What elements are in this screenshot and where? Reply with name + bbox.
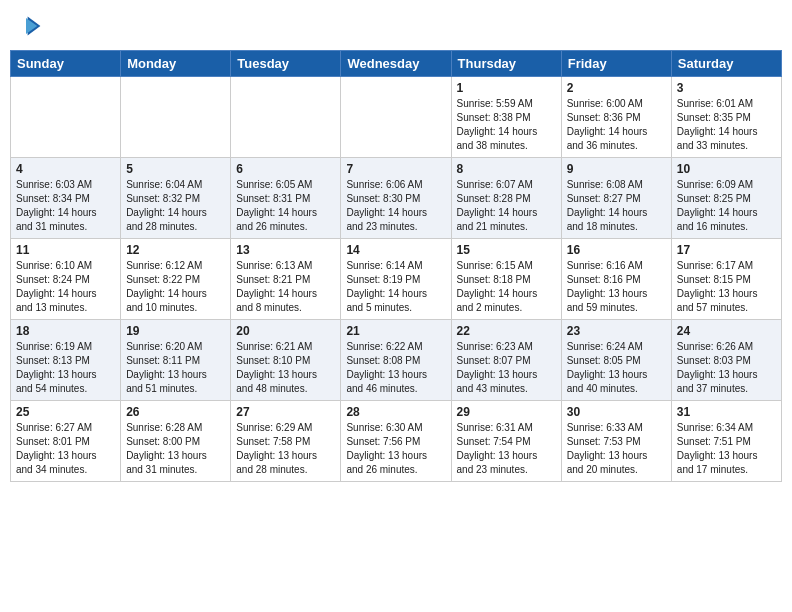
calendar-cell: 18Sunrise: 6:19 AM Sunset: 8:13 PM Dayli… — [11, 320, 121, 401]
weekday-header-row: SundayMondayTuesdayWednesdayThursdayFrid… — [11, 51, 782, 77]
calendar-cell: 1Sunrise: 5:59 AM Sunset: 8:38 PM Daylig… — [451, 77, 561, 158]
calendar-cell: 19Sunrise: 6:20 AM Sunset: 8:11 PM Dayli… — [121, 320, 231, 401]
day-info: Sunrise: 6:12 AM Sunset: 8:22 PM Dayligh… — [126, 259, 225, 315]
weekday-header-tuesday: Tuesday — [231, 51, 341, 77]
calendar-cell: 16Sunrise: 6:16 AM Sunset: 8:16 PM Dayli… — [561, 239, 671, 320]
calendar-cell: 24Sunrise: 6:26 AM Sunset: 8:03 PM Dayli… — [671, 320, 781, 401]
day-info: Sunrise: 6:16 AM Sunset: 8:16 PM Dayligh… — [567, 259, 666, 315]
day-info: Sunrise: 6:04 AM Sunset: 8:32 PM Dayligh… — [126, 178, 225, 234]
day-number: 10 — [677, 162, 776, 176]
day-info: Sunrise: 6:17 AM Sunset: 8:15 PM Dayligh… — [677, 259, 776, 315]
calendar-cell — [341, 77, 451, 158]
calendar-cell — [231, 77, 341, 158]
day-number: 27 — [236, 405, 335, 419]
day-info: Sunrise: 6:05 AM Sunset: 8:31 PM Dayligh… — [236, 178, 335, 234]
day-info: Sunrise: 6:28 AM Sunset: 8:00 PM Dayligh… — [126, 421, 225, 477]
calendar-week-row: 25Sunrise: 6:27 AM Sunset: 8:01 PM Dayli… — [11, 401, 782, 482]
calendar-cell: 5Sunrise: 6:04 AM Sunset: 8:32 PM Daylig… — [121, 158, 231, 239]
calendar-cell: 12Sunrise: 6:12 AM Sunset: 8:22 PM Dayli… — [121, 239, 231, 320]
day-number: 16 — [567, 243, 666, 257]
day-info: Sunrise: 6:31 AM Sunset: 7:54 PM Dayligh… — [457, 421, 556, 477]
calendar-cell: 9Sunrise: 6:08 AM Sunset: 8:27 PM Daylig… — [561, 158, 671, 239]
calendar-week-row: 18Sunrise: 6:19 AM Sunset: 8:13 PM Dayli… — [11, 320, 782, 401]
day-number: 13 — [236, 243, 335, 257]
calendar-cell: 25Sunrise: 6:27 AM Sunset: 8:01 PM Dayli… — [11, 401, 121, 482]
calendar-cell: 26Sunrise: 6:28 AM Sunset: 8:00 PM Dayli… — [121, 401, 231, 482]
day-number: 5 — [126, 162, 225, 176]
calendar-cell: 14Sunrise: 6:14 AM Sunset: 8:19 PM Dayli… — [341, 239, 451, 320]
day-number: 30 — [567, 405, 666, 419]
day-info: Sunrise: 6:09 AM Sunset: 8:25 PM Dayligh… — [677, 178, 776, 234]
day-number: 19 — [126, 324, 225, 338]
day-number: 2 — [567, 81, 666, 95]
day-info: Sunrise: 6:23 AM Sunset: 8:07 PM Dayligh… — [457, 340, 556, 396]
day-info: Sunrise: 6:22 AM Sunset: 8:08 PM Dayligh… — [346, 340, 445, 396]
day-number: 14 — [346, 243, 445, 257]
calendar-cell: 8Sunrise: 6:07 AM Sunset: 8:28 PM Daylig… — [451, 158, 561, 239]
calendar-cell: 15Sunrise: 6:15 AM Sunset: 8:18 PM Dayli… — [451, 239, 561, 320]
day-info: Sunrise: 6:29 AM Sunset: 7:58 PM Dayligh… — [236, 421, 335, 477]
day-number: 22 — [457, 324, 556, 338]
calendar-cell: 28Sunrise: 6:30 AM Sunset: 7:56 PM Dayli… — [341, 401, 451, 482]
day-info: Sunrise: 6:03 AM Sunset: 8:34 PM Dayligh… — [16, 178, 115, 234]
calendar-cell — [121, 77, 231, 158]
day-number: 29 — [457, 405, 556, 419]
calendar-cell: 3Sunrise: 6:01 AM Sunset: 8:35 PM Daylig… — [671, 77, 781, 158]
day-number: 21 — [346, 324, 445, 338]
day-info: Sunrise: 6:14 AM Sunset: 8:19 PM Dayligh… — [346, 259, 445, 315]
day-info: Sunrise: 6:01 AM Sunset: 8:35 PM Dayligh… — [677, 97, 776, 153]
calendar-cell: 23Sunrise: 6:24 AM Sunset: 8:05 PM Dayli… — [561, 320, 671, 401]
day-info: Sunrise: 6:34 AM Sunset: 7:51 PM Dayligh… — [677, 421, 776, 477]
day-info: Sunrise: 6:15 AM Sunset: 8:18 PM Dayligh… — [457, 259, 556, 315]
day-number: 1 — [457, 81, 556, 95]
weekday-header-monday: Monday — [121, 51, 231, 77]
day-number: 25 — [16, 405, 115, 419]
calendar-cell: 2Sunrise: 6:00 AM Sunset: 8:36 PM Daylig… — [561, 77, 671, 158]
calendar-cell: 10Sunrise: 6:09 AM Sunset: 8:25 PM Dayli… — [671, 158, 781, 239]
day-info: Sunrise: 6:07 AM Sunset: 8:28 PM Dayligh… — [457, 178, 556, 234]
calendar-cell: 29Sunrise: 6:31 AM Sunset: 7:54 PM Dayli… — [451, 401, 561, 482]
calendar-week-row: 1Sunrise: 5:59 AM Sunset: 8:38 PM Daylig… — [11, 77, 782, 158]
day-number: 17 — [677, 243, 776, 257]
day-number: 8 — [457, 162, 556, 176]
calendar-cell: 11Sunrise: 6:10 AM Sunset: 8:24 PM Dayli… — [11, 239, 121, 320]
weekday-header-sunday: Sunday — [11, 51, 121, 77]
day-info: Sunrise: 6:20 AM Sunset: 8:11 PM Dayligh… — [126, 340, 225, 396]
day-number: 18 — [16, 324, 115, 338]
day-number: 15 — [457, 243, 556, 257]
logo — [10, 10, 46, 42]
day-number: 12 — [126, 243, 225, 257]
calendar-cell: 17Sunrise: 6:17 AM Sunset: 8:15 PM Dayli… — [671, 239, 781, 320]
day-info: Sunrise: 6:00 AM Sunset: 8:36 PM Dayligh… — [567, 97, 666, 153]
day-info: Sunrise: 6:10 AM Sunset: 8:24 PM Dayligh… — [16, 259, 115, 315]
calendar-cell: 22Sunrise: 6:23 AM Sunset: 8:07 PM Dayli… — [451, 320, 561, 401]
day-info: Sunrise: 6:13 AM Sunset: 8:21 PM Dayligh… — [236, 259, 335, 315]
calendar-week-row: 11Sunrise: 6:10 AM Sunset: 8:24 PM Dayli… — [11, 239, 782, 320]
day-info: Sunrise: 6:19 AM Sunset: 8:13 PM Dayligh… — [16, 340, 115, 396]
calendar-cell: 31Sunrise: 6:34 AM Sunset: 7:51 PM Dayli… — [671, 401, 781, 482]
day-number: 31 — [677, 405, 776, 419]
weekday-header-saturday: Saturday — [671, 51, 781, 77]
day-number: 26 — [126, 405, 225, 419]
day-number: 6 — [236, 162, 335, 176]
calendar-cell: 27Sunrise: 6:29 AM Sunset: 7:58 PM Dayli… — [231, 401, 341, 482]
day-info: Sunrise: 6:08 AM Sunset: 8:27 PM Dayligh… — [567, 178, 666, 234]
calendar-table: SundayMondayTuesdayWednesdayThursdayFrid… — [10, 50, 782, 482]
day-info: Sunrise: 6:21 AM Sunset: 8:10 PM Dayligh… — [236, 340, 335, 396]
day-number: 11 — [16, 243, 115, 257]
calendar-header: SundayMondayTuesdayWednesdayThursdayFrid… — [11, 51, 782, 77]
day-number: 7 — [346, 162, 445, 176]
calendar-body: 1Sunrise: 5:59 AM Sunset: 8:38 PM Daylig… — [11, 77, 782, 482]
day-number: 4 — [16, 162, 115, 176]
day-number: 28 — [346, 405, 445, 419]
day-info: Sunrise: 6:27 AM Sunset: 8:01 PM Dayligh… — [16, 421, 115, 477]
day-info: Sunrise: 6:26 AM Sunset: 8:03 PM Dayligh… — [677, 340, 776, 396]
calendar-cell: 30Sunrise: 6:33 AM Sunset: 7:53 PM Dayli… — [561, 401, 671, 482]
day-info: Sunrise: 6:06 AM Sunset: 8:30 PM Dayligh… — [346, 178, 445, 234]
day-info: Sunrise: 6:24 AM Sunset: 8:05 PM Dayligh… — [567, 340, 666, 396]
calendar-cell: 20Sunrise: 6:21 AM Sunset: 8:10 PM Dayli… — [231, 320, 341, 401]
page-header — [10, 10, 782, 42]
calendar-cell: 6Sunrise: 6:05 AM Sunset: 8:31 PM Daylig… — [231, 158, 341, 239]
day-info: Sunrise: 6:30 AM Sunset: 7:56 PM Dayligh… — [346, 421, 445, 477]
day-number: 24 — [677, 324, 776, 338]
